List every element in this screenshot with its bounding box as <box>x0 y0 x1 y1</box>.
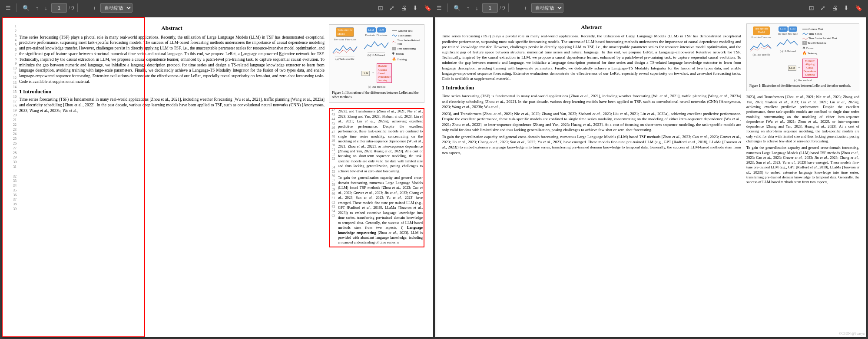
download-btn-left[interactable]: ⬇ <box>411 3 420 13</box>
fig-pretrain-label: Pre-train Fine-tune <box>334 38 356 42</box>
separator-2 <box>77 3 78 12</box>
page-input-right[interactable] <box>482 3 498 13</box>
print-btn-left[interactable]: 🖨 <box>398 3 409 13</box>
intro-body: Time series forecasting (TSF) is fundame… <box>19 97 325 113</box>
download-btn-right[interactable]: ⬇ <box>841 3 851 13</box>
prev-page-btn-left[interactable]: ↑ <box>33 3 41 13</box>
fig-our-label: (c) Our method <box>368 84 385 89</box>
search-btn-right[interactable]: 🔍 <box>451 3 463 13</box>
ref-line-numbers: 424344 454647 484950 515253 545556 57585… <box>329 108 335 247</box>
right-legend-embed: T Text Embedding <box>802 41 837 45</box>
zoom-in-btn-left[interactable]: + <box>91 3 99 13</box>
right-section: Task-specificModel Pre-train Fine-tune (… <box>329 24 424 330</box>
fig-our-boxes: LLM → ModalityAligningCausalDependenceLe… <box>361 63 392 82</box>
fig-llm-our-box: LLM <box>361 71 370 76</box>
right-fig-legend: General Text Time Series Time Series Rel… <box>802 26 837 56</box>
right-legend-ts: Time Series <box>802 32 837 36</box>
zoom-select-left[interactable]: 自动缩放 <box>100 3 133 13</box>
fit-width-btn-right[interactable]: ⤢ <box>818 3 828 13</box>
legend-time-series: Time Series <box>392 34 421 38</box>
fig-timeseries-svg <box>332 42 358 55</box>
fit-width-btn-left[interactable]: ⤢ <box>387 3 397 13</box>
legend-ts-related: Time Series Related Text <box>392 39 421 46</box>
right-refs-para-1: 2023], and Transformers [Zhou et al., 20… <box>442 111 741 132</box>
right-fig-c-label: (c) Our method <box>794 79 812 82</box>
page-total-right: / 9 <box>500 5 505 11</box>
right-fig-pretrain-ft: Pre-train Fine-tune <box>752 36 772 39</box>
fig-llm-box-2: LLM <box>377 27 386 33</box>
page-total-left: / 9 <box>69 5 74 11</box>
fig-ts-boxes: Task-specificModel <box>336 27 354 37</box>
search-btn-left[interactable]: 🔍 <box>20 3 32 13</box>
main-content: 123 456 789 101112 131415 161718 192021 … <box>0 16 868 339</box>
right-figure-col: Task-specificModel Pre-train Fine-tune (… <box>746 23 859 331</box>
right-extra-refs-2: To gain the generalization capacity and … <box>746 145 859 184</box>
refs-para-1: 2023], and Transformers [Zhou et al., 20… <box>338 109 423 174</box>
next-page-btn-right[interactable]: ↓ <box>474 3 481 13</box>
right-legend-training: 🔥 Training <box>802 51 837 56</box>
legend-text-embedding: T Text Embedding <box>392 47 421 51</box>
zoom-in-btn-right[interactable]: + <box>522 3 530 13</box>
right-extra-refs: 2023], and Transformers [Zhou et al., 20… <box>746 95 859 144</box>
legend-frozen: ❄ Frozen <box>392 52 421 56</box>
separator-4 <box>508 3 509 12</box>
right-fig-a-label: (a) Task-specific <box>753 53 770 57</box>
right-figure-caption: Figure 1: Illustration of the difference… <box>749 84 856 88</box>
right-fig-task: Task-specificModel Pre-train Fine-tune (… <box>749 26 773 57</box>
fig-modality-box: ModalityAligningCausalDependenceLearning <box>377 63 392 82</box>
zoom-out-btn-right[interactable]: − <box>512 3 520 13</box>
zoom-out-btn-left[interactable]: − <box>81 3 89 13</box>
separator-3 <box>447 3 448 12</box>
right-fig-llm-svg <box>776 37 800 49</box>
sidebar-toggle-btn-right[interactable]: ☰ <box>434 3 444 13</box>
right-fig-modality-box: ModalityAligningCausalDependenceLearning <box>802 59 818 78</box>
sidebar-toggle-btn[interactable]: ☰ <box>3 3 13 13</box>
right-refs-para-2: To gain the generalization capacity and … <box>442 134 741 155</box>
toolbar-left: ☰ 🔍 ↑ ↓ / 9 − + 自动缩放 ⊡ ⤢ 🖨 ⬇ 🔖 ☰ 🔍 ↑ ↓ /… <box>0 0 868 16</box>
prev-page-btn-right[interactable]: ↑ <box>464 3 472 13</box>
fig-task-specific: Task-specificModel Pre-train Fine-tune (… <box>332 27 358 61</box>
right-fig-llm: LLM LLM Pre-train Fine-tune (b) LLM-base… <box>776 26 800 53</box>
bookmark-btn-left[interactable]: 🔖 <box>422 3 434 13</box>
fig-llm-ts-diagram <box>363 38 389 51</box>
figure-caption: Figure 1: Illustration of the difference… <box>332 91 421 100</box>
print-btn-right[interactable]: 🖨 <box>829 3 840 13</box>
intro-title: 1 Introduction <box>19 88 325 95</box>
right-fig-llm1: LLM <box>779 26 788 32</box>
refs-text-col: 2023], and Transformers [Zhou et al., 20… <box>336 108 424 247</box>
right-fig-our: LLM → ModalityAligningCausalDependenceLe… <box>749 59 856 82</box>
left-pdf-panel: 123 456 789 101112 131415 161718 192021 … <box>2 17 433 337</box>
right-legend-general: General Text <box>802 27 837 31</box>
toolbar-right-section: ☰ 🔍 ↑ ↓ / 9 − + 自动缩放 ⊡ ⤢ 🖨 ⬇ 🔖 <box>434 3 865 13</box>
legend-training: 🔥 Training <box>392 57 421 62</box>
fig-llm-label: (b) LLM-based <box>368 52 385 57</box>
page-input-left[interactable] <box>51 3 67 13</box>
fig-llm-box-1: LLM <box>367 27 376 33</box>
bookmark-btn-right[interactable]: 🔖 <box>853 3 865 13</box>
fit-page-btn-right[interactable]: ⊡ <box>807 3 816 13</box>
right-legend-frozen: ❄ Frozen <box>802 46 837 51</box>
right-fig-b-label: (b) LLM-based <box>780 50 796 53</box>
right-legend-ts-related: Time Series Related Text <box>802 36 837 40</box>
fig-llm-boxes: LLM LLM <box>367 27 386 33</box>
zoom-select-right[interactable]: 自动缩放 <box>531 3 563 13</box>
fig-legend: General Text Time Series Time Series Rel… <box>392 27 421 62</box>
fig-ts-diagram <box>332 42 358 55</box>
right-fig-llm-pretrain: Pre-train Fine-tune <box>778 33 798 36</box>
separator-1 <box>17 3 17 12</box>
fig-llm-svg <box>363 38 389 51</box>
right-fig-llm-box: LLM <box>788 66 796 71</box>
watermark: ©CSDN @Suasya <box>839 332 865 336</box>
toolbar-left-section: ☰ 🔍 ↑ ↓ / 9 − + 自动缩放 ⊡ ⤢ 🖨 ⬇ 🔖 <box>3 3 434 13</box>
right-main-col: Abstract Time series forecasting (TSF) p… <box>442 23 741 331</box>
refs-para-2: To gain the generalization capacity and … <box>338 175 423 245</box>
fit-page-btn-left[interactable]: ⊡ <box>376 3 385 13</box>
right-abstract-body: Time series forecasting (TSF) plays a pi… <box>442 33 741 81</box>
right-intro-title: 1 Introduction <box>442 85 741 92</box>
abstract-body: Time series forecasting (TSF) plays a pi… <box>19 35 325 85</box>
right-pdf-page: Abstract Time series forecasting (TSF) p… <box>435 17 866 337</box>
figure-diagram-row: Task-specificModel Pre-train Fine-tune (… <box>332 27 421 62</box>
fig-tsm-box: Task-specificModel <box>336 27 354 37</box>
fig-llm-based: LLM LLM Pre-train Fine-tune (b) LLM-base… <box>363 27 389 57</box>
next-page-btn-left[interactable]: ↓ <box>43 3 50 13</box>
